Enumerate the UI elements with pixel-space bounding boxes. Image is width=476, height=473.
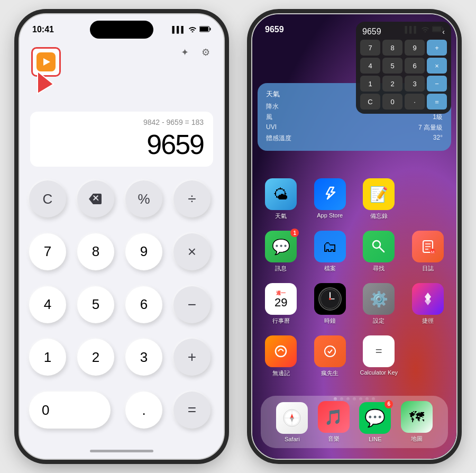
wbtn-0[interactable]: 0	[382, 94, 402, 110]
wbtn-plus[interactable]: +	[427, 40, 447, 56]
calendar-icon: 週一 29	[265, 283, 297, 315]
calc-btn-div[interactable]: ÷	[173, 180, 210, 217]
calc-btn-5[interactable]: 5	[77, 286, 114, 323]
svg-rect-1	[210, 28, 211, 30]
app-files[interactable]: 🗂 檔案	[314, 231, 346, 272]
app-label-notes: 備忘錄	[370, 212, 388, 220]
wbtn-8[interactable]: 8	[382, 40, 402, 56]
wbtn-9[interactable]: 9	[405, 40, 425, 56]
dock-line[interactable]: 💬 6 LINE	[359, 402, 391, 442]
wbtn-mul[interactable]: ×	[427, 58, 447, 74]
calc-btn-mul[interactable]: ×	[173, 233, 210, 270]
calc-btn-add[interactable]: +	[173, 339, 210, 376]
calc-btn-3[interactable]: 3	[125, 339, 162, 376]
calckey-eq-symbol: =	[376, 344, 382, 358]
wbtn-6[interactable]: 6	[405, 58, 425, 74]
calc-btn-0[interactable]: 0	[29, 392, 111, 429]
calc-btn-8[interactable]: 8	[77, 233, 114, 270]
calc-btn-9[interactable]: 9	[125, 233, 162, 270]
app-notes[interactable]: 📝 備忘錄	[363, 178, 395, 220]
dock-label-maps: 地圖	[411, 435, 423, 443]
wbtn-c[interactable]: C	[360, 94, 380, 110]
widget-chevron-icon: ‹	[442, 28, 445, 36]
music-icon: 🎵	[318, 401, 350, 433]
line-icon: 💬 6	[359, 402, 391, 434]
calc-btn-6[interactable]: 6	[125, 286, 162, 323]
status-time-right: 9659	[265, 25, 284, 34]
app-weather[interactable]: 🌤 天氣	[265, 178, 297, 220]
dock-maps[interactable]: 🗺 地圖	[401, 401, 433, 443]
files-icon: 🗂	[314, 231, 346, 262]
maps-icon: 🗺	[401, 401, 433, 433]
dock-music[interactable]: 🎵 音樂	[318, 401, 350, 443]
app-row-2: 💬 1 訊息 🗂 檔案 尋找	[261, 231, 448, 272]
main-container: 10:41 ▌▌▌	[0, 0, 476, 473]
app-label-calckey: Calculator Key	[360, 369, 398, 376]
calc-btn-2[interactable]: 2	[77, 339, 114, 376]
app-crazy[interactable]: 瘋先生	[314, 335, 346, 377]
left-phone: 10:41 ▌▌▌	[19, 13, 225, 460]
app-find[interactable]: 尋找	[363, 231, 395, 272]
memos-icon	[265, 335, 297, 367]
dock-label-music: 音樂	[328, 435, 340, 443]
wbtn-7[interactable]: 7	[360, 40, 380, 56]
svg-marker-3	[38, 71, 53, 94]
calc-result: 9659	[40, 129, 204, 160]
wbtn-1[interactable]: 1	[360, 76, 380, 92]
app-label-weather: 天氣	[275, 212, 287, 220]
app-label-clock: 時鐘	[324, 317, 336, 325]
app-messages[interactable]: 💬 1 訊息	[265, 231, 297, 272]
app-shortcuts[interactable]: 捷徑	[412, 283, 444, 325]
svg-line-8	[379, 247, 384, 252]
app-row-4: 無邊記 瘋先生 = Calculato	[261, 335, 448, 377]
wbtn-eq[interactable]: =	[427, 94, 447, 110]
app-memos[interactable]: 無邊記	[265, 335, 297, 377]
calc-btn-pct[interactable]: %	[125, 180, 162, 217]
calc-display: 9842 - 9659 = 183 9659	[30, 112, 213, 167]
calc-btn-eq[interactable]: =	[173, 392, 210, 429]
gear-icon[interactable]: ⚙	[198, 45, 213, 60]
calc-btn-4[interactable]: 4	[29, 286, 66, 323]
journal-icon: M	[412, 231, 444, 262]
calc-widget[interactable]: 9659 ‹ 7 8 9 + 4 5 6 × 1 2 3 − C	[356, 22, 451, 114]
calc-btn-del[interactable]	[77, 180, 114, 217]
app-appstore[interactable]: App Store	[314, 178, 346, 220]
app-row-1: 🌤 天氣 App Store 📝 備忘錄	[261, 178, 448, 220]
calckey-icon: =	[363, 335, 395, 367]
weather-row-uvi: UVI7 高量級	[266, 123, 443, 132]
wbtn-5[interactable]: 5	[382, 58, 402, 74]
app-label-files: 檔案	[324, 265, 336, 272]
app-calendar[interactable]: 週一 29 行事曆	[265, 283, 297, 325]
calc-btn-7[interactable]: 7	[29, 233, 66, 270]
wbtn-3[interactable]: 3	[405, 76, 425, 92]
calc-buttons: C % ÷ 7 8 9 × 4 5 6 − 1 2 3 +	[20, 172, 224, 445]
line-badge: 6	[385, 400, 393, 408]
messages-icon: 💬 1	[265, 231, 297, 262]
calc-btn-sub[interactable]: −	[173, 286, 210, 323]
calc-btn-C[interactable]: C	[29, 180, 66, 217]
widget-grid: 7 8 9 + 4 5 6 × 1 2 3 − C 0 · =	[360, 40, 447, 110]
dock-safari[interactable]: Safari	[276, 402, 308, 442]
spark-icon: ✦	[177, 45, 192, 60]
app-clock[interactable]: 時鐘	[314, 283, 346, 325]
calc-btn-dot[interactable]: .	[125, 392, 162, 429]
wbtn-sub[interactable]: −	[427, 76, 447, 92]
app-label-crazy: 瘋先生	[321, 369, 338, 377]
app-row-3: 週一 29 行事曆	[261, 283, 448, 325]
wbtn-dot[interactable]: ·	[405, 94, 425, 110]
appstore-icon	[314, 178, 346, 210]
app-label-appstore: App Store	[317, 212, 343, 219]
widget-top-row: 9659 ‹	[360, 26, 447, 40]
calc-btn-1[interactable]: 1	[29, 339, 66, 376]
wbtn-2[interactable]: 2	[382, 76, 402, 92]
svg-rect-2	[200, 27, 208, 31]
weather-icon: 🌤	[265, 178, 297, 210]
app-label-journal: 日誌	[422, 265, 434, 272]
dock: Safari 🎵 音樂 💬 6 LINE 🗺 地圖	[261, 396, 448, 448]
app-journal[interactable]: M 日誌	[412, 231, 444, 272]
app-settings[interactable]: ⚙️ 設定	[363, 283, 395, 325]
wbtn-4[interactable]: 4	[360, 58, 380, 74]
app-calckey[interactable]: = Calculator Key	[360, 335, 398, 377]
app-label-messages: 訊息	[275, 265, 287, 272]
crazy-icon	[314, 335, 346, 367]
